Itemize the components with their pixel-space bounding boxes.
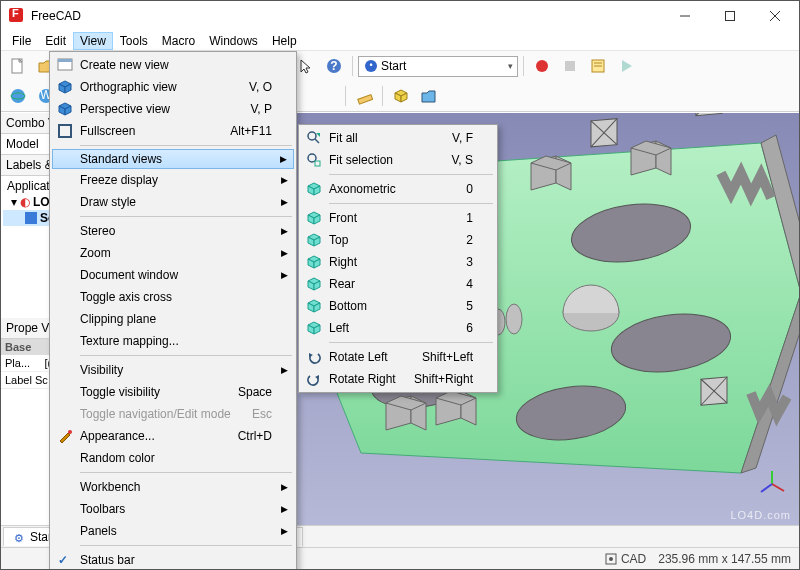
svg-line-68 (761, 484, 772, 492)
menu-item-label: Perspective view (80, 102, 170, 116)
globe-button[interactable] (5, 83, 31, 109)
rotl-icon (305, 348, 323, 366)
view-menu-texture-mapping-[interactable]: Texture mapping... (52, 330, 294, 352)
shortcut-label: 5 (466, 299, 473, 313)
svg-point-81 (308, 132, 316, 140)
shortcut-label: V, F (452, 131, 473, 145)
view-menu-status-bar[interactable]: ✓Status bar (52, 549, 294, 570)
view-menu-document-window[interactable]: Document window▶ (52, 264, 294, 286)
view-menu-toolbars[interactable]: Toolbars▶ (52, 498, 294, 520)
view-menu-standard-views[interactable]: Standard views▶ (52, 149, 294, 169)
menu-item-label: Clipping plane (80, 312, 156, 326)
stdview-top[interactable]: Top2 (301, 229, 495, 251)
shortcut-label: Alt+F11 (230, 124, 272, 138)
svg-line-82 (315, 139, 319, 143)
close-button[interactable] (752, 2, 797, 31)
view-menu-random-color[interactable]: Random color (52, 447, 294, 469)
stdview-fit-all[interactable]: Fit allV, F (301, 127, 495, 149)
svg-point-25 (11, 89, 25, 103)
shortcut-label: 2 (466, 233, 473, 247)
run-macro-button[interactable] (613, 53, 639, 79)
svg-rect-55 (696, 113, 722, 116)
macro-list-button[interactable] (585, 53, 611, 79)
view-menu-clipping-plane[interactable]: Clipping plane (52, 308, 294, 330)
menu-macro[interactable]: Macro (155, 32, 202, 50)
nav-style-indicator[interactable]: CAD (605, 552, 646, 566)
submenu-arrow-icon: ▶ (281, 482, 288, 492)
record-macro-button[interactable] (529, 53, 555, 79)
svg-rect-79 (59, 125, 71, 137)
rotr-icon (305, 370, 323, 388)
menu-item-label: Status bar (80, 553, 135, 567)
svg-point-19 (536, 60, 548, 72)
stdview-bottom[interactable]: Bottom5 (301, 295, 495, 317)
title-bar: FreeCAD (1, 1, 799, 31)
menu-item-label: Toggle navigation/Edit mode (80, 407, 231, 421)
menu-view[interactable]: View (73, 32, 113, 50)
view-menu-orthographic-view[interactable]: Orthographic viewV, O (52, 76, 294, 98)
svg-line-67 (772, 484, 784, 491)
submenu-arrow-icon: ▶ (281, 226, 288, 236)
part-cube-button[interactable] (388, 83, 414, 109)
view-menu-freeze-display[interactable]: Freeze display▶ (52, 169, 294, 191)
standard-views-submenu: Fit allV, FFit selectionV, SAxonometric0… (298, 124, 498, 393)
workbench-value: Start (381, 59, 406, 73)
shortcut-label: 0 (466, 182, 473, 196)
left-icon (305, 319, 323, 337)
folder-button[interactable] (416, 83, 442, 109)
shortcut-label: Space (238, 385, 272, 399)
stdview-fit-selection[interactable]: Fit selectionV, S (301, 149, 495, 171)
menu-item-label: Texture mapping... (80, 334, 179, 348)
ortho-icon (56, 78, 74, 96)
submenu-arrow-icon: ▶ (281, 526, 288, 536)
stdview-rear[interactable]: Rear4 (301, 273, 495, 295)
menu-help[interactable]: Help (265, 32, 304, 50)
view-menu-stereo[interactable]: Stereo▶ (52, 220, 294, 242)
submenu-arrow-icon: ▶ (281, 365, 288, 375)
menu-item-label: Top (329, 233, 348, 247)
view-menu-appearance-[interactable]: Appearance...Ctrl+D (52, 425, 294, 447)
menu-item-label: Appearance... (80, 429, 155, 443)
menu-item-label: Bottom (329, 299, 367, 313)
top-icon (305, 231, 323, 249)
menu-item-label: Left (329, 321, 349, 335)
maximize-button[interactable] (707, 2, 752, 31)
shortcut-label: 3 (466, 255, 473, 269)
menu-tools[interactable]: Tools (113, 32, 155, 50)
menu-item-label: Toggle axis cross (80, 290, 172, 304)
menu-windows[interactable]: Windows (202, 32, 265, 50)
workbench-selector[interactable]: •Start (358, 56, 518, 77)
view-menu-visibility[interactable]: Visibility▶ (52, 359, 294, 381)
view-menu-perspective-view[interactable]: Perspective viewV, P (52, 98, 294, 120)
stdview-rotate-left[interactable]: Rotate LeftShift+Left (301, 346, 495, 368)
stdview-axonometric[interactable]: Axonometric0 (301, 178, 495, 200)
submenu-arrow-icon: ▶ (281, 175, 288, 185)
submenu-arrow-icon: ▶ (280, 154, 287, 164)
view-menu-zoom[interactable]: Zoom▶ (52, 242, 294, 264)
measure-button[interactable] (351, 83, 377, 109)
stdview-left[interactable]: Left6 (301, 317, 495, 339)
help-button[interactable]: ? (321, 53, 347, 79)
front-icon (305, 209, 323, 227)
new-button[interactable] (5, 53, 31, 79)
shortcut-label: Ctrl+D (238, 429, 272, 443)
menu-item-label: Fit all (329, 131, 358, 145)
stdview-rotate-right[interactable]: Rotate RightShift+Right (301, 368, 495, 390)
stdview-front[interactable]: Front1 (301, 207, 495, 229)
view-menu-fullscreen[interactable]: FullscreenAlt+F11 (52, 120, 294, 142)
stop-macro-button[interactable] (557, 53, 583, 79)
full-icon (56, 122, 74, 140)
view-menu-toggle-visibility[interactable]: Toggle visibilitySpace (52, 381, 294, 403)
svg-point-80 (68, 430, 72, 434)
stdview-right[interactable]: Right3 (301, 251, 495, 273)
menu-item-label: Front (329, 211, 357, 225)
menu-item-label: Document window (80, 268, 178, 282)
view-menu-create-new-view[interactable]: Create new view (52, 54, 294, 76)
view-menu-workbench[interactable]: Workbench▶ (52, 476, 294, 498)
view-menu-draw-style[interactable]: Draw style▶ (52, 191, 294, 213)
view-menu-toggle-axis-cross[interactable]: Toggle axis cross (52, 286, 294, 308)
minimize-button[interactable] (662, 2, 707, 31)
menu-edit[interactable]: Edit (38, 32, 73, 50)
menu-file[interactable]: File (5, 32, 38, 50)
view-menu-panels[interactable]: Panels▶ (52, 520, 294, 542)
